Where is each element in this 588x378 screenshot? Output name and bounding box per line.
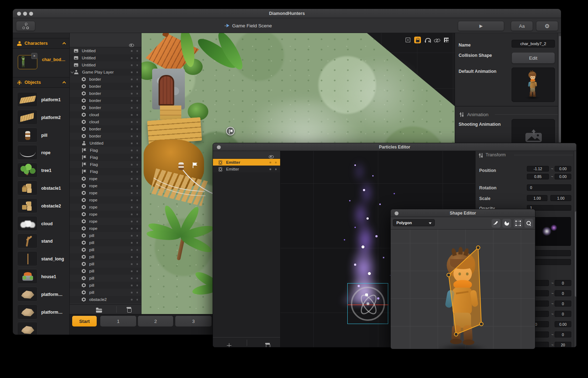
settings-button[interactable]: ⚙ — [536, 21, 558, 31]
row-toggle-dots[interactable] — [131, 107, 138, 109]
hierarchy-row[interactable]: border — [70, 104, 141, 111]
level-button[interactable]: 1 — [100, 316, 136, 326]
hierarchy-row[interactable]: pill — [70, 239, 141, 246]
row-toggle-dots[interactable] — [131, 206, 138, 208]
emitter-row[interactable]: Emitter — [213, 159, 280, 166]
hierarchy-row[interactable]: rope — [70, 218, 141, 225]
hierarchy-row[interactable]: Game Play Layer — [70, 69, 141, 76]
row-toggle-dots[interactable] — [131, 71, 138, 73]
hierarchy-row[interactable]: rope — [70, 196, 141, 204]
hierarchy-row[interactable]: pill — [70, 253, 141, 260]
hierarchy-row[interactable]: Flag — [70, 147, 141, 154]
row-toggle-dots[interactable] — [131, 57, 138, 59]
object-asset-item[interactable]: pill — [13, 126, 70, 144]
zoom-button[interactable] — [524, 219, 533, 228]
grid-button[interactable] — [443, 37, 450, 43]
row-toggle-dots[interactable] — [131, 263, 138, 265]
object-asset-item[interactable]: cloud — [13, 215, 70, 233]
shape-type-dropdown[interactable]: Polygon — [393, 219, 435, 226]
level-button[interactable]: Start — [72, 316, 97, 326]
object-thumbnail[interactable] — [17, 163, 38, 178]
row-toggle-dots[interactable] — [131, 199, 138, 201]
row-toggle-dots[interactable] — [131, 249, 138, 251]
hierarchy-row[interactable]: border — [70, 97, 141, 104]
object-thumbnail[interactable] — [17, 304, 38, 319]
hierarchy-row[interactable]: obstacle2 — [70, 296, 141, 303]
object-thumbnail[interactable] — [17, 322, 38, 335]
hierarchy-row[interactable]: Untitled — [70, 47, 141, 54]
hierarchy-row[interactable]: rope — [70, 211, 141, 218]
row-toggle-dots[interactable] — [269, 162, 277, 163]
main-titlebar[interactable]: DiamondHunters — [13, 9, 561, 18]
visibility-eye-icon[interactable] — [269, 155, 274, 158]
row-toggle-dots[interactable] — [131, 93, 138, 94]
row-toggle-dots[interactable] — [131, 228, 138, 230]
flag-marker-badge[interactable] — [226, 127, 235, 135]
hierarchy-row[interactable]: Flag — [70, 154, 141, 161]
row-toggle-dots[interactable] — [131, 86, 138, 87]
object-asset-item[interactable]: platform… — [13, 286, 70, 303]
row-toggle-dots[interactable] — [131, 299, 138, 301]
trash-icon[interactable] — [127, 307, 131, 312]
hierarchy-row[interactable]: border — [70, 133, 141, 140]
scale-y-input[interactable]: 1.00 — [550, 195, 571, 201]
hierarchy-row[interactable]: border — [70, 90, 141, 97]
play-button[interactable]: ▶ — [458, 21, 504, 31]
hierarchy-row[interactable]: border — [70, 83, 141, 90]
object-thumbnail[interactable] — [17, 269, 38, 284]
layers-icon[interactable] — [96, 309, 102, 313]
row-toggle-dots[interactable] — [131, 79, 138, 80]
position-y-variance-input[interactable]: 0.00 — [555, 174, 571, 179]
row-toggle-dots[interactable] — [131, 135, 138, 137]
object-asset-item[interactable]: house1 — [13, 268, 70, 286]
text-tool-button[interactable]: Aa — [511, 21, 533, 31]
visibility-eye-icon[interactable] — [129, 44, 134, 47]
rotation-input[interactable]: 0 — [527, 184, 571, 191]
object-asset-item[interactable]: platform2 — [13, 109, 70, 126]
collapse-chevron-icon[interactable] — [63, 42, 66, 46]
focus-frame-button[interactable] — [405, 37, 411, 43]
hierarchy-button[interactable] — [16, 21, 35, 31]
object-asset-item[interactable]: tree1 — [13, 162, 70, 179]
characters-section-header[interactable]: Characters — [13, 38, 70, 49]
hierarchy-row[interactable]: pill — [70, 275, 141, 282]
position-y-input[interactable]: 0.85 — [527, 174, 549, 179]
object-thumbnail[interactable] — [17, 92, 38, 107]
parameter-variance-input[interactable]: 0 — [555, 280, 571, 286]
object-asset-item[interactable] — [13, 321, 70, 335]
object-thumbnail[interactable] — [17, 198, 38, 213]
row-toggle-dots[interactable] — [131, 178, 138, 180]
hierarchy-row[interactable]: border — [70, 125, 141, 133]
audio-button[interactable] — [424, 37, 431, 43]
hierarchy-row[interactable]: pill — [70, 232, 141, 239]
row-toggle-dots[interactable] — [131, 270, 138, 272]
row-toggle-dots[interactable] — [131, 185, 138, 187]
objects-section-header[interactable]: Objects — [13, 77, 70, 88]
row-toggle-dots[interactable] — [269, 168, 277, 170]
level-button[interactable]: 2 — [138, 316, 173, 326]
row-toggle-dots[interactable] — [131, 235, 138, 237]
row-toggle-dots[interactable] — [131, 221, 138, 222]
polygon-vertex-handle[interactable] — [480, 322, 483, 326]
collision-polygon[interactable] — [391, 230, 535, 349]
object-thumbnail[interactable] — [17, 180, 38, 195]
link-button[interactable] — [433, 37, 440, 43]
hierarchy-row[interactable]: rope — [70, 225, 141, 232]
hierarchy-row[interactable]: Untitled — [70, 61, 141, 69]
row-toggle-dots[interactable] — [131, 157, 138, 158]
scale-x-input[interactable]: 1.00 — [527, 195, 547, 201]
hierarchy-row[interactable]: Flag — [70, 161, 141, 168]
parameter-variance-input[interactable]: 0 — [555, 301, 571, 307]
object-thumbnail[interactable] — [17, 110, 38, 125]
polygon-vertex-handle[interactable] — [447, 273, 450, 277]
particles-titlebar[interactable]: Particles Editor — [213, 143, 576, 151]
hierarchy-row[interactable]: pill — [70, 246, 141, 253]
hierarchy-row[interactable]: border — [70, 76, 141, 83]
level-button[interactable]: 3 — [175, 316, 212, 326]
polygon-vertex-handle[interactable] — [476, 246, 480, 249]
parameter-variance-input[interactable]: 0.00 — [555, 321, 571, 327]
hierarchy-row[interactable]: Untitled — [70, 54, 141, 61]
row-toggle-dots[interactable] — [131, 292, 138, 293]
row-toggle-dots[interactable] — [131, 171, 138, 173]
row-toggle-dots[interactable] — [131, 277, 138, 279]
